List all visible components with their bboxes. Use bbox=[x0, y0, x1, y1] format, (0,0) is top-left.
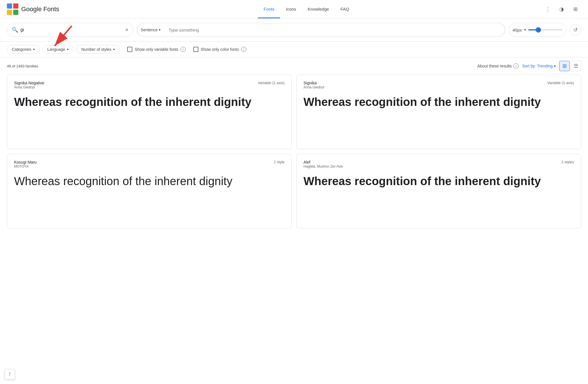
svg-rect-1 bbox=[13, 3, 18, 9]
nav-fonts[interactable]: Fonts bbox=[258, 0, 280, 18]
font-name: Kosugi Maru bbox=[14, 160, 37, 164]
variable-fonts-label: Show only variable fonts bbox=[135, 47, 178, 52]
fonts-grid: Signika Negative Anna Giedryś Variable (… bbox=[0, 75, 588, 235]
sentence-label: Sentence bbox=[141, 28, 158, 32]
font-author: Hagilda, Mushon Zer-Aviv bbox=[303, 164, 343, 168]
color-fonts-filter[interactable]: Show only color fonts i bbox=[193, 47, 246, 52]
about-results-button[interactable]: About these results i bbox=[477, 63, 519, 69]
search-area: 🔍 × Sentence ▾ 40px ▾ ↺ bbox=[0, 18, 588, 42]
font-info: Signika Negative Anna Giedryś bbox=[14, 81, 44, 89]
font-info: Alef Hagilda, Mushon Zer-Aviv bbox=[303, 160, 343, 168]
refresh-button[interactable]: ↺ bbox=[570, 24, 581, 36]
font-preview-text: Whereas recognition of the inherent dign… bbox=[303, 95, 574, 109]
nav-knowledge[interactable]: Knowledge bbox=[302, 0, 335, 18]
size-slider[interactable] bbox=[528, 29, 562, 30]
color-fonts-checkbox[interactable] bbox=[193, 47, 198, 52]
grid-icon: ⊞ bbox=[573, 6, 578, 12]
search-icon: 🔍 bbox=[12, 27, 18, 33]
more-options-button[interactable]: ⋮ bbox=[542, 3, 554, 15]
theme-icon: ◑ bbox=[559, 6, 564, 12]
font-author: Anna Giedryś bbox=[303, 85, 324, 89]
sort-by-dropdown[interactable]: Sort by: Trending ▾ bbox=[522, 64, 556, 68]
app-header: Google Fonts Fonts Icons Knowledge FAQ ⋮… bbox=[0, 0, 588, 18]
preview-input-wrapper: Sentence ▾ bbox=[137, 23, 505, 37]
categories-chevron-icon: ▾ bbox=[33, 47, 35, 51]
font-info: Kosugi Maru MOTOYA bbox=[14, 160, 37, 168]
list-view-icon: ☰ bbox=[574, 63, 578, 69]
grid-view-button[interactable]: ⊞ bbox=[559, 61, 570, 71]
refresh-icon: ↺ bbox=[573, 27, 578, 33]
app-title: Google Fonts bbox=[21, 5, 59, 13]
font-search-box[interactable]: 🔍 × bbox=[7, 23, 133, 37]
svg-rect-3 bbox=[13, 10, 18, 15]
theme-toggle-button[interactable]: ◑ bbox=[556, 3, 567, 15]
font-info: Signika Anna Giedryś bbox=[303, 81, 324, 89]
font-preview-text: Whereas recognition of the inherent dign… bbox=[14, 95, 285, 109]
font-card-kosugi-maru[interactable]: Kosugi Maru MOTOYA 1 style Whereas recog… bbox=[7, 154, 292, 228]
number-of-styles-chevron-icon: ▾ bbox=[113, 47, 115, 51]
language-filter-button[interactable]: Language ▾ bbox=[42, 45, 74, 54]
results-bar: 49 of 1493 families About these results … bbox=[0, 57, 588, 75]
font-preview-text: Whereas recognition of the inherent dign… bbox=[14, 174, 285, 188]
nav-faq[interactable]: FAQ bbox=[335, 0, 355, 18]
grid-view-icon: ⊞ bbox=[562, 63, 567, 69]
view-toggle: ⊞ ☰ bbox=[559, 61, 581, 71]
preview-text-box[interactable] bbox=[164, 23, 505, 37]
language-chevron-icon: ▾ bbox=[67, 47, 69, 51]
results-right: About these results i Sort by: Trending … bbox=[477, 61, 581, 71]
slider-thumb[interactable] bbox=[536, 27, 541, 32]
font-card-signika-negative[interactable]: Signika Negative Anna Giedryś Variable (… bbox=[7, 75, 292, 149]
svg-rect-0 bbox=[7, 3, 12, 9]
svg-rect-2 bbox=[7, 10, 12, 15]
number-of-styles-filter-button[interactable]: Number of styles ▾ bbox=[76, 45, 120, 54]
font-preview-text: Whereas recognition of the inherent dign… bbox=[303, 174, 574, 188]
language-label: Language bbox=[47, 47, 65, 52]
variable-fonts-checkbox[interactable] bbox=[127, 47, 132, 52]
variable-fonts-filter[interactable]: Show only variable fonts i bbox=[127, 47, 186, 52]
font-name: Signika bbox=[303, 81, 324, 85]
font-card-signika[interactable]: Signika Anna Giedryś Variable (1 axis) W… bbox=[296, 75, 581, 149]
search-input[interactable] bbox=[20, 27, 123, 32]
font-card-header: Signika Anna Giedryś Variable (1 axis) bbox=[303, 81, 574, 89]
clear-search-button[interactable]: × bbox=[125, 27, 128, 33]
results-count: 49 of 1493 families bbox=[7, 64, 38, 68]
size-label: 40px bbox=[512, 28, 522, 32]
font-name: Alef bbox=[303, 160, 343, 164]
font-card-header: Kosugi Maru MOTOYA 1 style bbox=[14, 160, 285, 168]
font-size-box: 40px ▾ bbox=[509, 23, 566, 37]
color-fonts-label: Show only color fonts bbox=[201, 47, 239, 52]
font-card-header: Alef Hagilda, Mushon Zer-Aviv 2 styles bbox=[303, 160, 574, 168]
font-author: Anna Giedryś bbox=[14, 85, 44, 89]
about-results-info-icon[interactable]: i bbox=[513, 63, 519, 69]
about-results-label: About these results bbox=[477, 64, 512, 68]
color-fonts-info-icon[interactable]: i bbox=[241, 47, 246, 52]
filters-area: Categories ▾ Language ▾ Number of styles… bbox=[0, 42, 588, 57]
font-author: MOTOYA bbox=[14, 164, 37, 168]
google-logo-icon bbox=[7, 3, 18, 15]
list-view-button[interactable]: ☰ bbox=[571, 61, 581, 71]
categories-label: Categories bbox=[12, 47, 31, 52]
font-card-header: Signika Negative Anna Giedryś Variable (… bbox=[14, 81, 285, 89]
logo-area[interactable]: Google Fonts bbox=[7, 3, 59, 15]
header-actions: ⋮ ◑ ⊞ bbox=[542, 3, 581, 15]
font-style-count: Variable (1 axis) bbox=[547, 81, 574, 85]
size-chevron-icon: ▾ bbox=[524, 28, 526, 32]
sort-chevron-icon: ▾ bbox=[554, 64, 556, 68]
sentence-chevron-icon: ▾ bbox=[159, 28, 160, 32]
font-card-alef[interactable]: Alef Hagilda, Mushon Zer-Aviv 2 styles W… bbox=[296, 154, 581, 228]
main-nav: Fonts Icons Knowledge FAQ bbox=[71, 0, 542, 18]
more-icon: ⋮ bbox=[545, 6, 550, 12]
number-of-styles-label: Number of styles bbox=[81, 47, 111, 52]
nav-icons[interactable]: Icons bbox=[280, 0, 302, 18]
font-style-count: 1 style bbox=[274, 160, 285, 164]
preview-text-input[interactable] bbox=[169, 28, 500, 32]
font-style-count: Variable (1 axis) bbox=[258, 81, 285, 85]
sort-by-label: Sort by: Trending bbox=[522, 64, 553, 68]
variable-fonts-info-icon[interactable]: i bbox=[181, 47, 186, 52]
categories-filter-button[interactable]: Categories ▾ bbox=[7, 45, 40, 54]
sentence-dropdown[interactable]: Sentence ▾ bbox=[137, 23, 164, 37]
font-name: Signika Negative bbox=[14, 81, 44, 85]
font-style-count: 2 styles bbox=[561, 160, 574, 164]
apps-grid-button[interactable]: ⊞ bbox=[570, 3, 581, 15]
